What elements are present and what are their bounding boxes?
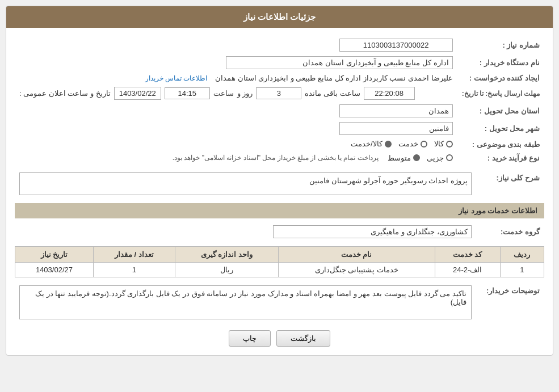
back-button[interactable]: بازگشت	[276, 330, 330, 347]
namDastgah-value: اداره کل منابع طبیعی و آبخیزداری استان ه…	[226, 56, 453, 69]
radio-khadamat-dot	[421, 141, 427, 147]
tavazihat-value: تاکید می گردد فایل پیوست بعد مهر و امضا …	[19, 285, 472, 319]
ostanTahvil-label: استان محل تحویل :	[457, 102, 544, 120]
mohlatSaat-label: ساعت	[213, 89, 234, 98]
print-button[interactable]: چاپ	[229, 330, 271, 347]
groupKhadamat-value: کشاورزی، جنگلداری و ماهیگیری	[273, 225, 472, 238]
tamas-link[interactable]: اطلاعات تماس خریدار	[145, 74, 208, 82]
mohlatBaqi-value: 22:20:08	[364, 87, 415, 100]
mohlatLabel: مهلت ارسال پاسخ: تا تاریخ:	[457, 85, 544, 102]
col-tarikhNiaz: تاریخ نیاز	[15, 246, 94, 262]
tarikhSaat-label: تاریخ و ساعت اعلان عمومی :	[19, 89, 111, 98]
services-section-title: اطلاعات خدمات مورد نیاز	[15, 203, 544, 218]
mohlatBaqi-label: ساعت باقی مانده	[305, 89, 360, 98]
shomareNiaz-value: 1103003137000022	[339, 39, 453, 52]
col-radif: ردیف	[500, 246, 544, 262]
shomareNiaz-label: شماره نیاز :	[457, 36, 544, 54]
ijadKonande-value: علیرضا احمدی نسب کاربرداز اداره کل منابع…	[215, 74, 453, 82]
radio-kala: کالا	[434, 140, 453, 148]
radio-khadamat: خدمت	[398, 140, 427, 148]
sharh-value: پروژه احداث رسوبگیر حوزه آجرلو شهرستان ف…	[19, 172, 472, 195]
ijadKonande-label: ایجاد کننده درخواست :	[457, 71, 544, 85]
radio-kala-dot	[446, 141, 453, 147]
sharh-label: شرح کلی نیاز:	[476, 170, 544, 197]
radio-jozi: جزیی	[427, 154, 453, 162]
mohlatRoz-label: روز و	[237, 89, 253, 98]
radio-kala-khadamat: کالا/خدمت	[351, 140, 392, 148]
mohlatSaat-value: 14:15	[165, 87, 210, 99]
col-tedad: تعداد / مقدار	[93, 246, 175, 262]
col-vahed: واحد اندازه گیری	[175, 246, 279, 262]
groupKhadamat-label: گروه خدمت:	[476, 223, 544, 241]
noveFarayand-label: نوع فرآیند خرید :	[457, 151, 544, 165]
namDastgah-label: نام دستگاه خریدار :	[457, 54, 544, 71]
mohlatDate-value: 1403/02/22	[114, 87, 161, 100]
col-namKhadamat: نام خدمت	[278, 246, 435, 262]
shahrTahvil-label: شهر محل تحویل :	[457, 120, 544, 137]
tavazihat-label: توضیحات خریدار:	[476, 283, 544, 322]
page-title: جزئیات اطلاعات نیاز	[243, 12, 316, 22]
page-header: جزئیات اطلاعات نیاز	[6, 6, 553, 28]
buttons-row: بازگشت چاپ	[15, 330, 544, 347]
radio-motawaset-dot	[413, 154, 420, 161]
mohlatRoz-value: 3	[256, 87, 301, 99]
tabaqeBandi-label: طبقه بندی موضوعی :	[457, 137, 544, 151]
col-kodKhadamat: کد خدمت	[435, 246, 500, 262]
radio-kala-khadamat-dot	[385, 141, 392, 147]
radio-jozi-dot	[446, 154, 453, 161]
radio-motawaset: متوسط	[388, 154, 420, 162]
noveFarayand-note: پرداخت تمام یا بخشی از مبلغ خریداز محل "…	[173, 154, 379, 162]
ostanTahvil-value: همدان	[339, 104, 453, 117]
table-row: 1الف-2-24خدمات پشتیبانی جنگل‌داریریال114…	[15, 262, 544, 277]
services-table: ردیف کد خدمت نام خدمت واحد اندازه گیری ت…	[15, 246, 544, 277]
shahrTahvil-value: فامنین	[339, 122, 453, 135]
